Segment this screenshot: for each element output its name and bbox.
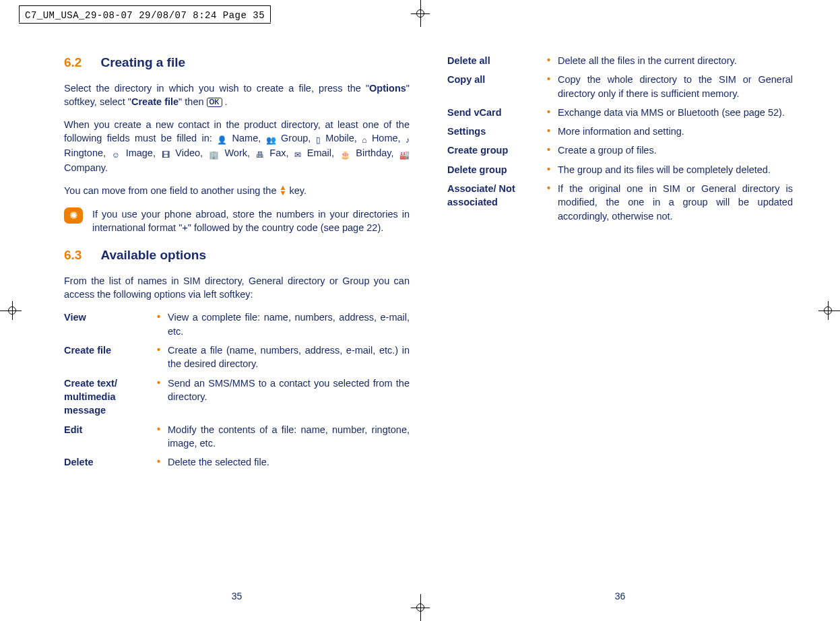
option-row: Delete group • The group and its files w… — [447, 163, 793, 176]
tip-text: If you use your phone abroad, store the … — [92, 207, 410, 235]
work-icon: 🏢 — [209, 150, 219, 161]
option-row: Delete all • Delete all the files in the… — [447, 54, 793, 67]
section-title: Available options — [100, 248, 206, 262]
option-description: View a complete file: name, numbers, add… — [168, 310, 410, 338]
option-row: Create group • Create a group of files. — [447, 143, 793, 157]
bullet-icon: • — [547, 163, 552, 176]
bullet-icon: • — [547, 143, 552, 156]
image-icon: ☺ — [112, 150, 120, 161]
fax-icon: 🖷 — [256, 150, 264, 161]
option-description: Delete the selected file. — [168, 455, 410, 469]
section-6-3-intro: From the list of names in SIM directory,… — [64, 274, 410, 302]
option-label: Copy all — [447, 73, 542, 86]
option-label: View — [64, 310, 152, 324]
person-icon: 👤 — [217, 135, 227, 146]
page-right: Delete all • Delete all the files in the… — [447, 54, 793, 581]
ok-key-icon: OK — [207, 98, 222, 107]
option-description: Delete all the files in the current dire… — [558, 54, 793, 67]
bullet-icon: • — [547, 73, 552, 86]
print-info-underline — [19, 23, 271, 24]
tip-callout: ✺ If you use your phone abroad, store th… — [64, 207, 410, 235]
option-row: Create file • Create a file (name, numbe… — [64, 344, 410, 371]
registration-mark-bottom — [407, 594, 434, 621]
option-label: Delete — [64, 455, 152, 469]
section-6-3-heading: 6.3Available options — [64, 247, 410, 265]
registration-mark-top — [407, 0, 434, 27]
bullet-icon: • — [547, 54, 552, 67]
company-icon: 🏭 — [399, 150, 410, 161]
page-number-left: 35 — [232, 590, 243, 603]
option-row: Associate/ Not associated • If the origi… — [447, 182, 793, 223]
option-description: Exchange data via MMS or Bluetooth (see … — [558, 106, 793, 119]
section-6-2-paragraph-3: You can move from one field to another u… — [64, 184, 410, 197]
option-description: Send an SMS/MMS to a contact you selecte… — [168, 377, 410, 404]
option-description: If the original one in SIM or General di… — [558, 182, 793, 223]
option-label: Associate/ Not associated — [447, 182, 542, 209]
bullet-icon: • — [547, 125, 552, 137]
option-label: Delete all — [447, 54, 542, 67]
option-row: Edit • Modify the contents of a file: na… — [64, 423, 410, 451]
registration-mark-left — [3, 301, 22, 320]
registration-mark-right — [818, 301, 837, 320]
up-down-key-icon: ▲▼ — [279, 185, 286, 195]
video-icon: 🎞 — [162, 150, 170, 161]
option-row: Create text/ multimedia message • Send a… — [64, 377, 410, 418]
ringtone-icon: ♪ — [406, 135, 410, 146]
section-6-2-paragraph-1: Select the directory in which you wish t… — [64, 81, 410, 109]
option-description: Modify the contents of a file: name, num… — [168, 423, 410, 451]
section-title: Creating a file — [100, 55, 185, 69]
bullet-icon: • — [157, 344, 162, 356]
option-label: Edit — [64, 423, 152, 436]
option-label: Settings — [447, 125, 542, 138]
option-label: Create text/ multimedia message — [64, 377, 152, 418]
option-description: Create a file (name, numbers, address, e… — [168, 344, 410, 371]
page-number-right: 36 — [615, 590, 626, 603]
birthday-icon: 🎂 — [340, 150, 350, 161]
section-6-2-heading: 6.2Creating a file — [64, 54, 410, 72]
option-description: More information and setting. — [558, 125, 793, 138]
option-label: Send vCard — [447, 106, 542, 119]
option-description: Create a group of files. — [558, 143, 793, 157]
home-icon: ⌂ — [362, 135, 366, 146]
bullet-icon: • — [547, 182, 552, 195]
lightbulb-icon: ✺ — [64, 207, 83, 224]
option-label: Create file — [64, 344, 152, 357]
bullet-icon: • — [157, 310, 162, 323]
option-row: Settings • More information and setting. — [447, 125, 793, 138]
option-label: Create group — [447, 143, 542, 157]
bullet-icon: • — [157, 455, 162, 468]
page-left: 6.2Creating a file Select the directory … — [64, 54, 410, 581]
option-row: Send vCard • Exchange data via MMS or Bl… — [447, 106, 793, 119]
option-description: Copy the whole directory to the SIM or G… — [558, 73, 793, 100]
print-job-info: C7_UM_USA_29-08-07 29/08/07 8:24 Page 35 — [19, 5, 271, 22]
bullet-icon: • — [157, 423, 162, 436]
bullet-icon: • — [157, 377, 162, 389]
option-row: Copy all • Copy the whole directory to t… — [447, 73, 793, 100]
bullet-icon: • — [547, 106, 552, 119]
mobile-icon: ▯ — [316, 135, 321, 146]
option-label: Delete group — [447, 163, 542, 176]
section-number: 6.3 — [64, 248, 82, 262]
page-spread: 6.2Creating a file Select the directory … — [64, 54, 793, 581]
option-description: The group and its files will be complete… — [558, 163, 793, 176]
section-number: 6.2 — [64, 55, 82, 69]
option-row: View • View a complete file: name, numbe… — [64, 310, 410, 338]
option-row: Delete • Delete the selected file. — [64, 455, 410, 469]
group-icon: 👥 — [266, 135, 276, 146]
email-icon: ✉ — [294, 150, 301, 161]
section-6-2-paragraph-2: When you create a new contact in the pro… — [64, 118, 410, 174]
